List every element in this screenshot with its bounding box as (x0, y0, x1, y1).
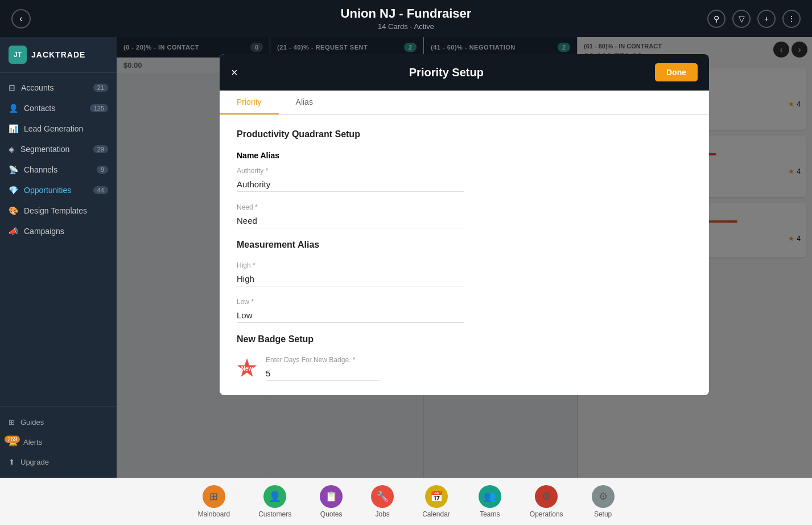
guides-label: Guides (20, 418, 44, 426)
authority-field-group: Authority * (237, 167, 692, 192)
days-label: Enter Days For New Badge. * (266, 356, 692, 364)
bottom-nav-teams[interactable]: 👥 Teams (464, 483, 516, 520)
modal-title: Priority Setup (238, 66, 655, 79)
page-title: Union NJ - Fundraiser (341, 6, 472, 21)
measurement-alias-title: Measurement Alias (237, 240, 692, 250)
calendar-icon: 📅 (425, 485, 448, 508)
accounts-icon: ⊟ (9, 83, 15, 92)
sidebar-bottom: ⊞ Guides 🔔 269 Alerts ⬆ Upgrade (0, 406, 117, 478)
page-subtitle: 14 Cards - Active (341, 22, 472, 31)
sidebar-nav: ⊟ Accounts 21 👤 Contacts 125 📊 Lead Gene… (0, 73, 117, 406)
teams-icon: 👥 (479, 485, 501, 508)
modal-done-button[interactable]: Done (655, 63, 698, 81)
logo-icon: JT (9, 46, 27, 64)
customers-label: Customers (258, 510, 291, 518)
top-header: ‹ Union NJ - Fundraiser 14 Cards - Activ… (0, 0, 812, 37)
customers-icon: 👤 (263, 485, 286, 508)
jobs-icon: 🔧 (371, 485, 394, 508)
sidebar-label-opportunities: Opportunities (24, 186, 71, 195)
modal-tabs: Priority Alias (220, 91, 709, 115)
modal-close-button[interactable]: × (231, 66, 238, 79)
section-productivity-title: Productivity Quadrant Setup (237, 129, 692, 140)
sidebar-label-contacts: Contacts (24, 104, 55, 113)
opportunities-icon: 💎 (9, 186, 18, 195)
high-input[interactable] (237, 272, 464, 286)
sidebar-guides[interactable]: ⊞ Guides (0, 412, 117, 432)
days-input[interactable] (266, 366, 380, 381)
more-button[interactable]: ⋮ (782, 10, 801, 28)
contacts-badge: 125 (90, 104, 108, 112)
design-templates-icon: 🎨 (9, 206, 18, 215)
sidebar-label-campaigns: Campaigns (24, 227, 64, 236)
name-alias-label: Name Alias (237, 151, 692, 160)
back-button[interactable]: ‹ (11, 9, 31, 28)
sidebar-label-channels: Channels (24, 165, 57, 174)
sidebar-alerts[interactable]: 🔔 269 Alerts (0, 432, 117, 452)
sidebar: JT JACKTRADE ⊟ Accounts 21 👤 Contacts 12… (0, 37, 117, 478)
sidebar-label-accounts: Accounts (21, 83, 54, 92)
sidebar-item-campaigns[interactable]: 📣 Campaigns (0, 221, 117, 241)
mainboard-label: Mainboard (197, 510, 230, 518)
need-input[interactable] (237, 214, 464, 228)
filter-button[interactable]: ▽ (732, 10, 751, 28)
channels-badge: 9 (97, 166, 108, 174)
sidebar-item-accounts[interactable]: ⊟ Accounts 21 (0, 77, 117, 98)
sidebar-label-segmentation: Segmentation (20, 145, 69, 154)
low-field-group: Low * (237, 298, 692, 323)
low-input[interactable] (237, 308, 464, 323)
sidebar-item-segmentation[interactable]: ◈ Segmentation 29 (0, 139, 117, 159)
contacts-icon: 👤 (9, 104, 18, 113)
sidebar-upgrade[interactable]: ⬆ Upgrade (0, 452, 117, 472)
search-button[interactable]: ⚲ (707, 10, 726, 28)
opportunities-badge: 44 (93, 186, 108, 194)
accounts-badge: 21 (93, 84, 108, 92)
mainboard-icon: ⊞ (203, 485, 225, 508)
bottom-nav-calendar[interactable]: 📅 Calendar (408, 483, 464, 520)
priority-setup-modal: × Priority Setup Done Priority Alias Pro… (220, 54, 709, 395)
modal-header: × Priority Setup Done (220, 54, 709, 91)
tab-alias[interactable]: Alias (279, 91, 330, 114)
sidebar-item-lead-generation[interactable]: 📊 Lead Generation (0, 118, 117, 139)
upgrade-label: Upgrade (20, 458, 49, 466)
modal-overlay: × Priority Setup Done Priority Alias Pro… (117, 37, 812, 478)
bottom-nav-operations[interactable]: ⚙ Operations (516, 483, 578, 520)
calendar-label: Calendar (422, 510, 450, 518)
bottom-nav-quotes[interactable]: 📋 Quotes (306, 483, 357, 520)
operations-label: Operations (530, 510, 563, 518)
tab-priority[interactable]: Priority (220, 91, 279, 114)
operations-icon: ⚙ (535, 485, 558, 508)
upgrade-icon: ⬆ (9, 458, 15, 466)
setup-icon: ⚙ (592, 485, 615, 508)
quotes-icon: 📋 (320, 485, 343, 508)
sidebar-item-opportunities[interactable]: 💎 Opportunities 44 (0, 180, 117, 200)
days-field-group: Enter Days For New Badge. * (266, 356, 692, 381)
logo-area: JT JACKTRADE (0, 37, 117, 73)
add-button[interactable]: + (757, 10, 776, 28)
need-label: Need * (237, 203, 692, 211)
authority-input[interactable] (237, 177, 464, 192)
high-label: High * (237, 261, 692, 269)
bottom-nav-mainboard[interactable]: ⊞ Mainboard (183, 483, 244, 520)
badge-row: New Enter Days For New Badge. * (237, 356, 692, 381)
teams-label: Teams (480, 510, 500, 518)
bottom-nav-setup[interactable]: ⚙ Setup (578, 483, 629, 520)
high-field-group: High * (237, 261, 692, 286)
bottom-nav-customers[interactable]: 👤 Customers (244, 483, 306, 520)
alerts-label: Alerts (23, 438, 42, 446)
campaigns-icon: 📣 (9, 227, 18, 236)
bottom-nav-jobs[interactable]: 🔧 Jobs (357, 483, 408, 520)
lead-gen-icon: 📊 (9, 124, 18, 133)
sidebar-label-lead-generation: Lead Generation (24, 124, 83, 133)
setup-label: Setup (594, 510, 612, 518)
sidebar-item-contacts[interactable]: 👤 Contacts 125 (0, 98, 117, 118)
new-badge-title: New Badge Setup (237, 334, 692, 344)
low-label: Low * (237, 298, 692, 306)
sidebar-item-design-templates[interactable]: 🎨 Design Templates (0, 200, 117, 221)
need-field-group: Need * (237, 203, 692, 228)
sidebar-label-design-templates: Design Templates (24, 206, 87, 215)
guides-icon: ⊞ (9, 418, 15, 426)
sidebar-item-channels[interactable]: 📡 Channels 9 (0, 159, 117, 180)
channels-icon: 📡 (9, 165, 18, 174)
jobs-label: Jobs (375, 510, 389, 518)
new-badge-icon: New (237, 358, 257, 379)
